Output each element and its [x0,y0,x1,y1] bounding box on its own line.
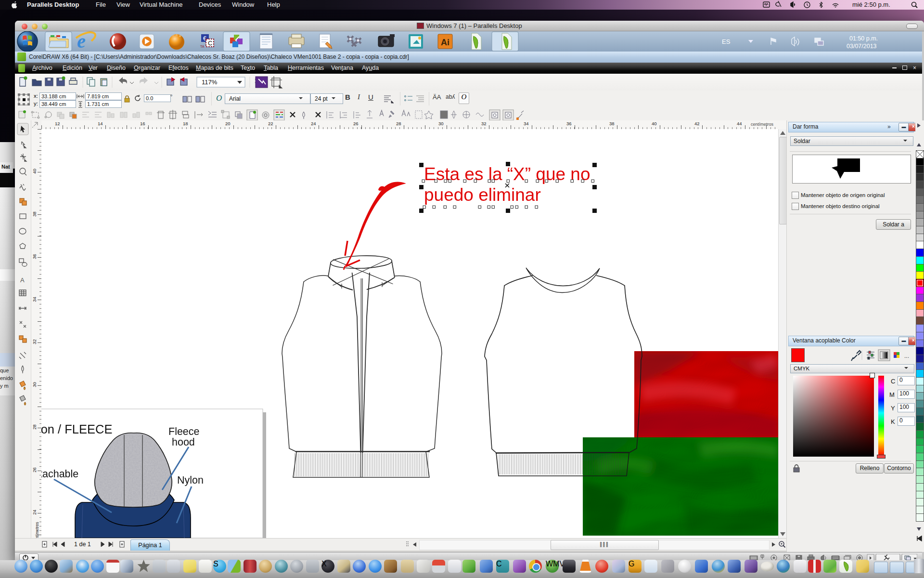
svg-text:...: ... [904,353,909,359]
svg-text:tachable: tachable [41,468,78,480]
svg-text:Nylon: Nylon [177,474,204,486]
svg-text:puedo eliminar: puedo eliminar [424,185,541,205]
svg-text:hood: hood [172,436,195,448]
svg-text:117%: 117% [202,79,218,86]
svg-text:Fleece: Fleece [168,426,200,437]
svg-text:C: C [208,39,212,47]
svg-text:TA: TA [200,45,205,48]
svg-text:03/07/2013: 03/07/2013 [847,43,877,50]
svg-text:ES: ES [722,38,731,45]
svg-text:Ai: Ai [441,38,449,47]
svg-text:A: A [20,276,25,284]
svg-text:lon / FLEECE: lon / FLEECE [41,422,112,436]
svg-text:01:50 p.m.: 01:50 p.m. [849,35,878,42]
